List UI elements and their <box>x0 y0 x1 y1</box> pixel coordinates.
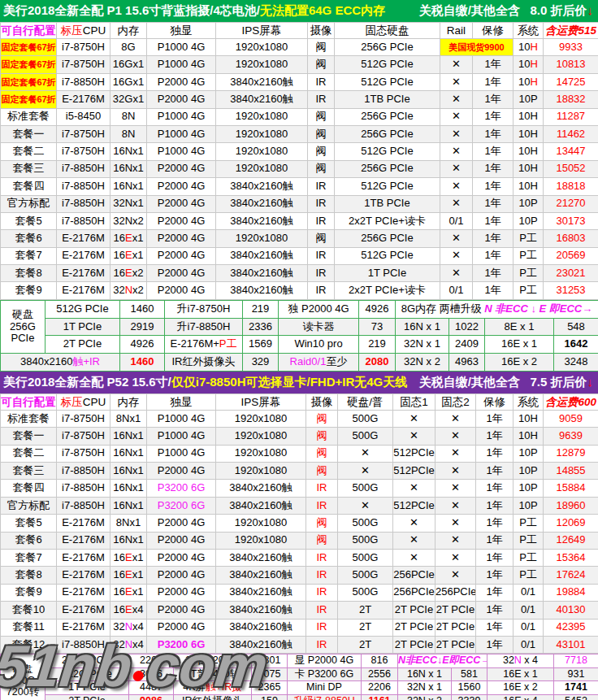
cell: 16N x 1 <box>396 318 449 336</box>
cell: ✕ <box>436 428 476 445</box>
table-row: 512G PCIe30762T普5400转2075卡 P3200 6G25561… <box>1 667 598 681</box>
price-sheet: 美行2018全新全配 P1 15.6寸背蓝指摄/4芯电池/无法配置64G ECC… <box>0 0 598 700</box>
cell: P工 <box>514 282 544 299</box>
cell: 1T普7200转 <box>174 654 252 668</box>
cell: 17624 <box>544 567 598 584</box>
cell: 512G PCIe <box>46 300 120 318</box>
cell: IR红外摄像头 <box>165 354 243 372</box>
cell: ✕ <box>393 480 436 497</box>
cell: 1920x1080 <box>216 230 308 247</box>
cell: 20569 <box>544 247 598 264</box>
cell: ✕ <box>440 160 473 177</box>
cell: 2T <box>338 602 393 619</box>
cell: E-2176M <box>57 549 110 566</box>
cell: 3840x2160触 <box>216 212 308 229</box>
cell: P2000 4G <box>147 230 216 247</box>
p1-title-left: 美行2018全新全配 P1 15.6寸背蓝指摄/4芯电池/无法配置64G ECC… <box>3 3 385 19</box>
cell: i7-8850H <box>57 73 110 90</box>
cell: 256PCIe <box>393 584 436 601</box>
cell: 581 <box>452 667 488 681</box>
cell: 4926 <box>359 300 396 318</box>
cell: E-2176M <box>57 532 110 549</box>
cell: 10P <box>514 91 544 108</box>
cell: 阀 <box>306 515 338 532</box>
table-row: 套餐二i7-8750H16Nx1P1000 4G1920x1080阀512G P… <box>1 143 598 160</box>
cell: 1年 <box>476 532 514 549</box>
cell: 3840x2160触 <box>216 265 308 282</box>
row-label: 套餐11 <box>1 619 57 636</box>
cell: 1年 <box>476 567 514 584</box>
cell: 1569 <box>243 336 279 354</box>
cell: 升级i7-8850H <box>288 694 362 700</box>
cell: ✕ <box>436 410 476 427</box>
cell: 16Nx1 <box>110 428 147 445</box>
cell: 1161 <box>362 694 398 700</box>
cell: 8G <box>110 39 147 56</box>
cell: i7-8850H <box>57 178 110 195</box>
table-row: 套餐四i7-8850H16Nx1P3200 6G3840x2160触IR500G… <box>1 480 598 497</box>
cell: P1000 4G <box>147 445 216 462</box>
cell: 40130 <box>544 602 598 619</box>
cell: ✕ <box>393 515 436 532</box>
cell: ✕ <box>436 532 476 549</box>
cell: 10P <box>514 463 544 480</box>
cell: 18832 <box>544 91 598 108</box>
p52-config-table: 可自行配置标压CPU内存独显IPS屏幕摄像硬盘/普固态1固态2保修系统含运费60… <box>0 393 598 654</box>
cell: 32Nx2 <box>110 282 147 299</box>
cell: 2T PCIe <box>393 619 436 636</box>
cell: IR <box>306 619 338 636</box>
cell: P2000 4G <box>147 602 216 619</box>
cell: 9086 <box>129 694 174 700</box>
row-label: 套餐9 <box>1 584 57 601</box>
row-label: 1T PCIe <box>46 681 129 695</box>
row-label: 标准套餐 <box>1 410 57 427</box>
cell: ✕ <box>436 549 476 566</box>
row-label: 套餐5 <box>1 515 57 532</box>
cell: P1000 4G <box>147 410 216 427</box>
cell: 16Ex4 <box>110 602 147 619</box>
row-label: 套餐7 <box>1 247 57 264</box>
cell: ✕ <box>393 428 436 445</box>
cell: i7-8750H <box>57 428 110 445</box>
cell: 2556 <box>362 667 398 681</box>
cell: 15364 <box>544 549 598 566</box>
cell: 1022 <box>449 318 485 336</box>
cell: P2000 4G <box>147 160 216 177</box>
cell: E-2176M <box>57 247 110 264</box>
cell: IR <box>308 247 335 264</box>
cell: E-2176M <box>57 515 110 532</box>
cell: 9933 <box>544 39 598 56</box>
cell: ✕ <box>338 445 393 462</box>
table-row: 套餐10E-2176M16Ex4P2000 4G3840x2160触IR2T2T… <box>1 602 598 619</box>
cell: 12069 <box>544 515 598 532</box>
table-row: 套餐二i7-8750H16Nx1P1000 4G1920x1080阀✕512PC… <box>1 445 598 462</box>
cell: 0/1 <box>514 584 544 601</box>
cell: i7-8750H <box>57 445 110 462</box>
cell: 256G PCIe <box>335 125 440 142</box>
cell: 3840x2160触 <box>216 91 308 108</box>
cell: 8N <box>110 108 147 125</box>
cell: ✕ <box>436 567 476 584</box>
cell: 16Nx1 <box>110 463 147 480</box>
table-row: 套餐一i7-8750H16Nx1P1000 4G1920x1080阀500G✕✕… <box>1 428 598 445</box>
cell: P2000 4G <box>147 73 216 90</box>
cell: 512PCIe <box>393 497 436 514</box>
cell: 10H <box>514 125 544 142</box>
cell: 3339 <box>452 694 488 700</box>
table-row: 套餐9E-2176M32Nx2P2000 4G3840x2160触IR2x2T … <box>1 282 598 299</box>
cell: 2T PCIe <box>436 619 476 636</box>
table-row: 官方标配i7-8850H16Nx1P3200 6G3840x2160触IR✕51… <box>1 497 598 514</box>
cell: 阀 <box>308 143 335 160</box>
cell: E-2176M+P工 <box>165 336 243 354</box>
cell: 8N <box>110 125 147 142</box>
cell: 3840x2160触 <box>216 636 306 653</box>
table-row: 套餐12i7-8850H32Nx4P3200 6G3840x2160触IR2T2… <box>1 636 598 653</box>
cell: 1460 <box>120 300 165 318</box>
row-label: 套餐三 <box>1 463 57 480</box>
cell: ✕ <box>440 195 473 212</box>
cell: 512PCIe <box>393 445 436 462</box>
table-row: 官方标配i7-8850H32Nx1P2000 4G3840x2160触IR1TB… <box>1 195 598 212</box>
cell: 10H <box>514 108 544 125</box>
cell: 阀 <box>306 445 338 462</box>
title-segment: ↓ <box>587 375 594 389</box>
